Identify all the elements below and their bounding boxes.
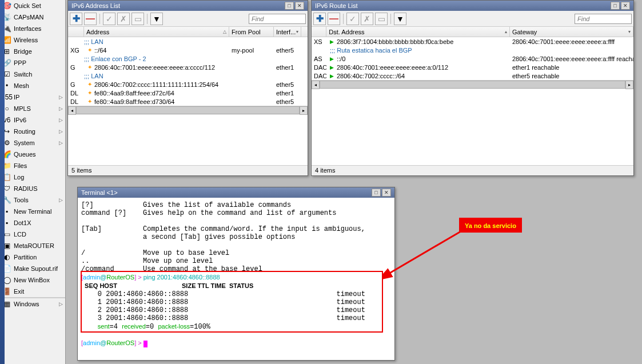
sidebar-item-ip[interactable]: 255IP▷ [0,91,65,103]
table-row[interactable]: DL✦fe80::4aa9:8aff:feee:d730/64ether5 [68,97,308,106]
label: Mesh [14,82,63,89]
sidebar-item-queues[interactable]: 🌈Queues [0,149,65,160]
enable-button[interactable]: ✓ [103,13,115,25]
col-address[interactable]: Address△ [84,27,229,37]
label: Log [14,174,63,181]
remove-button[interactable]: — [84,13,97,25]
titlebar[interactable]: IPv6 Address List □ ✕ [68,1,308,11]
address-icon: ✦ [86,98,93,105]
disable-button[interactable]: ✗ [117,13,130,25]
close-button[interactable]: ✕ [621,2,630,10]
col-from-pool[interactable]: From Pool [229,27,274,37]
sidebar-item-windows[interactable]: ▦ Windows ▷ [0,298,65,310]
table-row[interactable]: DL✦fe80::4aa9:8aff:feee:d72c/64ether1 [68,89,308,97]
sidebar-item-dot1x[interactable]: ▪Dot1X [0,217,65,229]
address-icon: ✦ [86,81,93,88]
sidebar-item-quick-set[interactable]: 🎯Quick Set [0,0,65,11]
table-row[interactable]: DAC▶2806:40c:7001:eeee:eeee:eeee:a:0/112… [312,63,633,71]
label: Partition [14,254,63,261]
filter-button[interactable]: ▼ [394,13,406,25]
col-gateway[interactable]: Gateway▾ [510,27,633,37]
sidebar-item-bridge[interactable]: ⊞Bridge [0,46,65,57]
label: Quick Set [14,2,63,9]
minimize-button[interactable]: □ [285,2,294,10]
titlebar[interactable]: IPv6 Route List □ ✕ [312,1,633,11]
hscrollbar[interactable]: ◂▸ [68,106,308,115]
sidebar-item-new-winbox[interactable]: ◯New WinBox [0,274,65,286]
sidebar-item-wireless[interactable]: 📶Wireless [0,34,65,46]
svg-line-0 [388,231,461,274]
label: Windows [14,301,59,307]
sidebar-item-make-supout.rif[interactable]: 📄Make Supout.rif [0,263,65,274]
table-row[interactable]: ;;; Ruta estatica hacia el BGP [312,46,633,54]
sidebar-item-partition[interactable]: ◐Partition [0,251,65,263]
sidebar-item-metarouter[interactable]: ▣MetaROUTER [0,240,65,251]
hscrollbar[interactable]: ◂▸ [312,80,633,89]
add-button[interactable]: ✚ [313,13,326,25]
table-row[interactable]: ;;; LAN [68,37,308,46]
comment-button[interactable]: ▭ [131,13,144,25]
remove-button[interactable]: — [328,13,340,25]
label: Routing [14,128,59,135]
find-input[interactable] [249,14,306,24]
col-flag[interactable] [68,27,84,37]
address-icon: ✦ [86,47,93,54]
label: IP [14,94,59,101]
terminal-body[interactable]: [?] Gives the list of available commands… [78,198,394,360]
disable-button[interactable]: ✗ [361,13,373,25]
filter-button[interactable]: ▼ [150,13,163,25]
title: IPv6 Route List [315,2,609,9]
sidebar-item-radius[interactable]: 🛡RADIUS [0,183,65,194]
table-row[interactable]: ;;; Enlace con BGP - 2 [68,54,308,63]
terminal-window: Terminal <1> □ ✕ [?] Gives the list of a… [77,187,395,361]
table-row[interactable]: ;;; LAN [68,71,308,80]
sidebar-item-switch[interactable]: ☑Switch [0,69,65,80]
col-dst-address[interactable]: Dst. Address▴ [326,27,510,37]
label: LCD [14,231,63,238]
table-row[interactable]: G✦2806:40c:7002:cccc:1111:1111:1111:254/… [68,80,308,89]
find-input[interactable] [575,14,632,24]
sidebar-item-interfaces[interactable]: 🔌Interfaces [0,23,65,34]
comment-button[interactable]: ▭ [375,13,388,25]
table-row[interactable]: XG✦::/64my-poolether5 [68,46,308,54]
sidebar-item-exit[interactable]: 🚪Exit [0,286,65,297]
close-button[interactable]: ✕ [295,2,304,10]
sidebar-item-ppp[interactable]: 🔗PPP [0,57,65,69]
toolbar: ✚ — ✓ ✗ ▭ ▼ [312,11,633,27]
sidebar-item-capsman[interactable]: 📡CAPsMAN [0,11,65,23]
route-icon: ▶ [329,38,336,45]
sidebar-item-routing[interactable]: ↪Routing▷ [0,126,65,137]
col-flag[interactable] [312,27,326,37]
minimize-button[interactable]: □ [611,2,620,10]
table-row[interactable]: G✦2806:40c:7001:eeee:eeee:eeee:a:cccc/11… [68,63,308,71]
route-icon: ▶ [329,64,336,71]
titlebar[interactable]: Terminal <1> □ ✕ [78,187,394,198]
sidebar-item-ipv6[interactable]: v6IPv6▷ [0,114,65,126]
minimize-button[interactable]: □ [372,189,381,197]
label: New Terminal [14,208,63,215]
label: PPP [14,59,63,66]
label: RADIUS [14,185,63,192]
label: Files [14,162,63,169]
sidebar-item-system[interactable]: ⚙System▷ [0,137,65,149]
label: System [14,139,59,146]
col-interface[interactable]: Interf...▾ [274,27,301,37]
sidebar-item-new-terminal[interactable]: ▪New Terminal [0,206,65,217]
sidebar-item-log[interactable]: 📋Log [0,171,65,183]
address-grid: Address△ From Pool Interf...▾ ;;; LANXG✦… [68,27,308,165]
sidebar-item-mesh[interactable]: •Mesh [0,80,65,91]
table-row[interactable]: AS▶::/02806:40c:7001:eeee:eeee:eeee:a:ff… [312,54,633,63]
sidebar-item-lcd[interactable]: ▭LCD [0,229,65,240]
close-button[interactable]: ✕ [382,189,391,197]
address-icon: ✦ [86,90,93,97]
sidebar-item-mpls[interactable]: ○MPLS▷ [0,103,65,114]
enable-button[interactable]: ✓ [346,13,359,25]
sidebar-item-files[interactable]: 📁Files [0,160,65,171]
ipv6-address-list-window: IPv6 Address List □ ✕ ✚ — ✓ ✗ ▭ ▼ Addres… [67,0,308,176]
sidebar-item-tools[interactable]: 🔧Tools▷ [0,194,65,206]
table-row[interactable]: DAC▶2806:40c:7002:cccc::/64ether5 reacha… [312,71,633,80]
label: Interfaces [14,25,63,32]
table-row[interactable]: XS▶2806:3f7:1004:bbbb:bbbb:bbbb:f0ca:beb… [312,37,633,46]
label: Switch [14,71,63,78]
add-button[interactable]: ✚ [70,13,82,25]
